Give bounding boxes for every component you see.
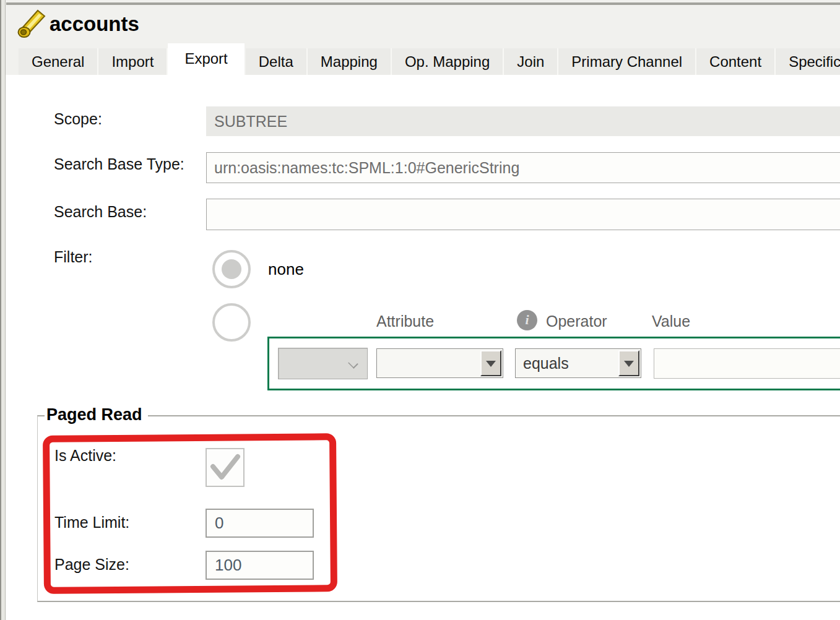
operator-dropdown-value: equals xyxy=(523,355,569,372)
paged-read-groupbox xyxy=(37,415,840,602)
tab-specific-attributes[interactable]: Specific Attributes xyxy=(776,48,840,75)
filter-type-dropdown xyxy=(278,348,368,379)
tab-primary-channel[interactable]: Primary Channel xyxy=(558,48,696,75)
checkmark-icon xyxy=(207,449,243,486)
operator-column-header: Operator xyxy=(546,312,607,330)
tab-import[interactable]: Import xyxy=(98,48,168,75)
top-divider xyxy=(6,2,840,5)
page-title: accounts xyxy=(50,12,139,36)
search-base-type-field[interactable] xyxy=(206,152,840,183)
filter-value-field[interactable] xyxy=(654,348,840,379)
radio-selected-dot xyxy=(222,259,241,279)
value-column-header: Value xyxy=(652,312,690,330)
time-limit-field[interactable] xyxy=(206,509,314,538)
paged-read-title: Paged Read xyxy=(45,405,148,424)
filter-radio-condition[interactable] xyxy=(212,303,251,342)
page-size-field[interactable] xyxy=(206,551,314,580)
tab-mapping[interactable]: Mapping xyxy=(308,48,392,75)
tab-delta[interactable]: Delta xyxy=(246,48,308,75)
tab-export[interactable]: Export xyxy=(168,43,244,75)
filter-label: Filter: xyxy=(54,248,93,266)
filter-none-label: none xyxy=(268,260,304,279)
filter-radio-none[interactable] xyxy=(212,250,251,288)
export-settings-screen: accounts General Import Export Delta Map… xyxy=(0,0,840,620)
is-active-label: Is Active: xyxy=(54,447,116,465)
tab-op-mapping[interactable]: Op. Mapping xyxy=(392,48,504,75)
page-size-label: Page Size: xyxy=(54,556,129,574)
gold-pen-icon xyxy=(17,7,46,38)
tab-bar: General Import Export Delta Mapping Op. … xyxy=(19,48,840,75)
dropdown-arrow-icon[interactable] xyxy=(480,350,501,376)
operator-dropdown[interactable]: equals xyxy=(515,348,641,378)
search-base-label: Search Base: xyxy=(54,203,147,221)
chevron-down-icon xyxy=(349,358,358,368)
tab-general[interactable]: General xyxy=(19,48,98,75)
tab-join[interactable]: Join xyxy=(504,48,558,75)
attribute-dropdown[interactable] xyxy=(376,348,503,378)
attribute-column-header: Attribute xyxy=(376,312,434,330)
tab-content[interactable]: Content xyxy=(696,48,776,75)
search-base-type-label: Search Base Type: xyxy=(54,155,184,173)
left-pane-splitter[interactable] xyxy=(0,0,6,620)
search-base-field[interactable] xyxy=(206,199,840,230)
scope-label: Scope: xyxy=(54,110,102,128)
time-limit-label: Time Limit: xyxy=(54,514,129,532)
dropdown-arrow-icon[interactable] xyxy=(618,350,639,376)
info-icon[interactable]: i xyxy=(517,310,537,330)
is-active-checkbox[interactable] xyxy=(206,448,245,487)
scope-field: SUBTREE xyxy=(206,106,840,136)
